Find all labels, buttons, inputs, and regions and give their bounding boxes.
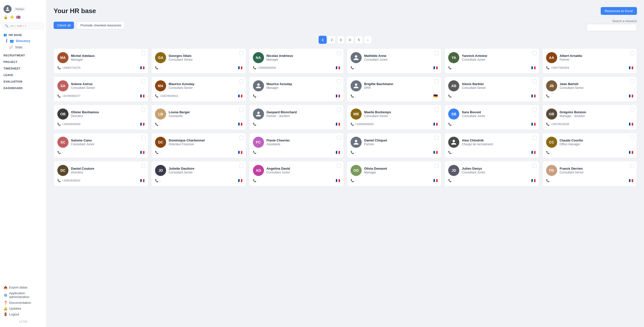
sidebar-item-directory[interactable]: 👥 Directory xyxy=(4,38,43,44)
employee-phone: 📞 - xyxy=(253,151,258,154)
avatar-placeholder xyxy=(351,52,362,63)
search-input[interactable] xyxy=(587,24,637,31)
employee-name: Olivier Benhamou xyxy=(71,110,144,115)
card-top: SB Sara Bouvet Consultant Junior xyxy=(448,108,535,120)
card-footer: 📞 - 🇫🇷 xyxy=(448,150,535,154)
updates-item[interactable]: 🔔 Updates xyxy=(4,306,43,311)
page-next-button[interactable]: › xyxy=(364,36,372,44)
employee-name: Michel Adelaus xyxy=(71,54,144,58)
country-flag: 🇫🇷 xyxy=(629,150,633,154)
phone-icon: 📞 xyxy=(253,151,256,154)
employee-checkbox[interactable] xyxy=(435,164,439,168)
employee-checkbox[interactable] xyxy=(630,136,634,140)
card-top: AA Albert Arnaldu Partner xyxy=(546,52,633,63)
employee-checkbox[interactable] xyxy=(435,79,439,83)
phone-icon: 📞 xyxy=(448,94,452,98)
employee-checkbox[interactable] xyxy=(533,164,537,168)
timesheet-title: TIMESHEET xyxy=(0,65,46,70)
employee-checkbox[interactable] xyxy=(141,79,145,83)
page-4-button[interactable]: 4 xyxy=(346,36,354,44)
avatar: OB xyxy=(57,108,68,120)
employee-role: Consultant Senior xyxy=(169,58,242,61)
avatar: GA xyxy=(155,52,166,63)
employee-checkbox[interactable] xyxy=(337,164,341,168)
sidebar-item-stats[interactable]: 📈 Stats xyxy=(4,44,43,50)
promote-button[interactable]: Promote checked resources xyxy=(77,21,125,29)
employee-card: DC Dominique Charbonnel Directeur Financ… xyxy=(151,133,246,158)
app-admin-item[interactable]: ⚙️ Application administration xyxy=(4,290,43,300)
card-info: Nicolas Andrieux Manager xyxy=(267,54,340,62)
page-3-button[interactable]: 3 xyxy=(337,36,345,44)
evaluation-title: EVALUATION xyxy=(0,78,46,84)
version-label: v.0.318 xyxy=(0,319,46,324)
employee-checkbox[interactable] xyxy=(533,51,537,55)
employee-checkbox[interactable] xyxy=(630,79,634,83)
employee-checkbox[interactable] xyxy=(337,51,341,55)
employee-checkbox[interactable] xyxy=(239,136,243,140)
employee-name: Jean Bartoli xyxy=(560,82,633,86)
theme-icon[interactable]: ☀️ xyxy=(10,15,14,19)
employee-checkbox[interactable] xyxy=(141,107,145,112)
lock-icon[interactable]: 🔒 xyxy=(4,15,8,19)
employee-checkbox[interactable] xyxy=(141,136,145,140)
employee-checkbox[interactable] xyxy=(239,164,243,168)
employee-checkbox[interactable] xyxy=(141,164,145,168)
language-icon[interactable]: 🇬🇧 xyxy=(16,15,20,19)
employee-checkbox[interactable] xyxy=(533,136,537,140)
page-1-button[interactable]: 1 xyxy=(319,36,327,44)
employee-checkbox[interactable] xyxy=(337,136,341,140)
card-top: FC Flavie Chevrier Assistante xyxy=(253,137,340,148)
employee-checkbox[interactable] xyxy=(239,79,243,83)
leave-title: LEAVE xyxy=(0,71,46,77)
card-info: Alea Chlodnik Chargé de recrutement xyxy=(462,138,535,146)
phone-number: +33677004454 xyxy=(551,66,569,69)
page-2-button[interactable]: 2 xyxy=(328,36,336,44)
check-all-button[interactable]: Check all xyxy=(54,22,74,29)
employee-checkbox[interactable] xyxy=(630,51,634,55)
employee-card: Alea Chlodnik Chargé de recrutement 📞 - … xyxy=(444,133,539,158)
employee-checkbox[interactable] xyxy=(533,107,537,112)
sidebar-search[interactable]: 🔍 ctrl + shift + f xyxy=(3,23,44,29)
employee-checkbox[interactable] xyxy=(533,79,537,83)
logout-item[interactable]: 🚪 Logout xyxy=(4,311,43,317)
card-footer: 📞 +33652636262 🇫🇷 xyxy=(57,178,144,183)
card-info: Michel Adelaus Manager xyxy=(71,54,144,62)
employee-checkbox[interactable] xyxy=(239,51,243,55)
page-5-button[interactable]: 5 xyxy=(355,36,363,44)
sidebar-icons: 🔒 ☀️ 🇬🇧 xyxy=(0,14,46,22)
phone-icon: 📞 xyxy=(57,94,61,98)
avatar: SA xyxy=(57,80,68,91)
card-footer: 📞 +33600000000 🇫🇷 xyxy=(253,66,340,70)
documentation-item[interactable]: ❓ Documentation xyxy=(4,300,43,306)
employee-checkbox[interactable] xyxy=(435,107,439,112)
country-flag: 🇫🇷 xyxy=(531,122,536,126)
card-footer: 📞 - 🇫🇷 xyxy=(253,122,340,126)
employee-checkbox[interactable] xyxy=(239,107,243,112)
card-top: DC Daniel Couture Directeur xyxy=(57,165,144,176)
export-data-item[interactable]: 📤 Export datas xyxy=(4,284,43,290)
card-footer: 📞 - 🇫🇷 xyxy=(546,178,633,183)
employee-card: GB Grégoire Buision Manager - doublon 📞 … xyxy=(542,105,637,130)
employee-card: AB Alexis Barbier Consultant Senior 📞 - … xyxy=(444,77,539,102)
employee-card: AA Albert Arnaldu Partner 📞 +33677004454… xyxy=(542,48,637,74)
employee-checkbox[interactable] xyxy=(435,136,439,140)
employee-name: Georges Allais xyxy=(169,54,242,58)
avatar-placeholder xyxy=(253,108,264,120)
employee-role: Consultant Senior xyxy=(560,86,633,90)
employee-phone: 📞 +33652636262 xyxy=(57,179,81,182)
excel-button[interactable]: Resources to Excel xyxy=(601,7,637,15)
employee-checkbox[interactable] xyxy=(337,107,341,112)
employee-checkbox[interactable] xyxy=(630,164,634,168)
employee-phone: 📞 - xyxy=(253,179,258,182)
country-flag: 🇫🇷 xyxy=(531,94,536,98)
card-info: Mathilde Anne Consultant Junior xyxy=(364,54,438,62)
phone-number: - xyxy=(551,151,552,154)
employee-checkbox[interactable] xyxy=(141,51,145,55)
card-footer: 📞 - 🇫🇷 xyxy=(351,150,438,154)
phone-number: - xyxy=(551,179,552,182)
phone-number: - xyxy=(355,179,356,182)
card-info: Dominique Charbonnel Directeur Financier xyxy=(169,138,242,146)
employee-checkbox[interactable] xyxy=(435,51,439,55)
employee-checkbox[interactable] xyxy=(337,79,341,83)
employee-checkbox[interactable] xyxy=(630,107,634,112)
